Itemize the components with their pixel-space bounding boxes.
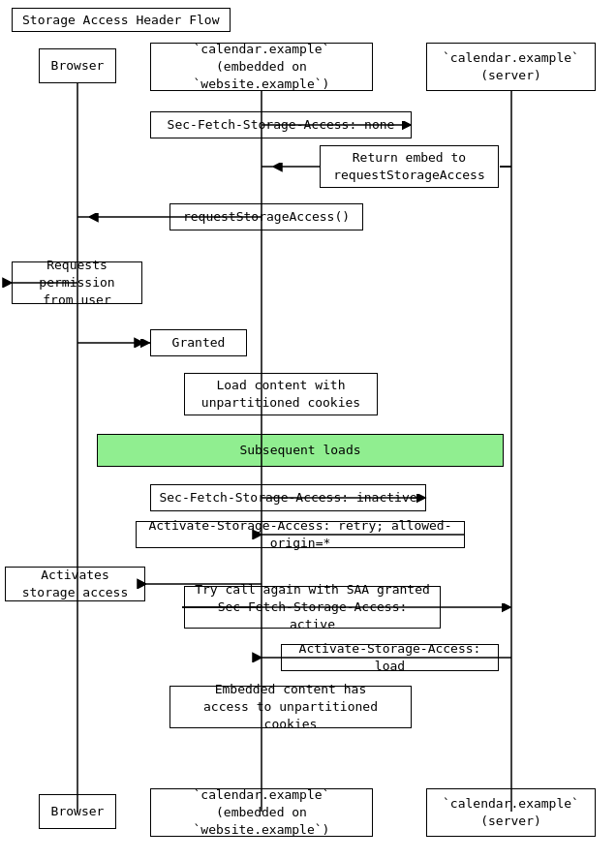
browser-bottom: Browser — [39, 794, 116, 829]
try-call-again-label: Try call again with SAA granted Sec-Fetc… — [193, 581, 432, 634]
granted: Granted — [150, 329, 247, 356]
try-call-again: Try call again with SAA granted Sec-Fetc… — [184, 586, 441, 629]
requests-permission: Requests permission from user — [12, 261, 142, 304]
sec-fetch-inactive-label: Sec-Fetch-Storage-Access: inactive — [159, 489, 416, 507]
activate-load: Activate-Storage-Access: load — [281, 644, 499, 671]
calendar-server-top-label: `calendar.example` (server) — [443, 49, 579, 84]
browser-top-label: Browser — [51, 57, 105, 75]
subsequent-loads: Subsequent loads — [97, 434, 504, 467]
title-box: Storage Access Header Flow — [12, 8, 231, 32]
diagram: Storage Access Header Flow Browser `cale… — [0, 0, 616, 860]
granted-label: Granted — [172, 334, 226, 352]
subsequent-loads-label: Subsequent loads — [239, 442, 360, 459]
title-text: Storage Access Header Flow — [22, 13, 220, 27]
activates-storage: Activates storage access — [5, 567, 145, 601]
return-embed: Return embed to requestStorageAccess — [320, 145, 499, 188]
embedded-content-label: Embedded content has access to unpartiti… — [178, 681, 403, 734]
activates-storage-label: Activates storage access — [14, 567, 137, 601]
calendar-server-bottom: `calendar.example` (server) — [426, 788, 596, 837]
activate-retry: Activate-Storage-Access: retry; allowed-… — [136, 521, 465, 548]
return-embed-label: Return embed to requestStorageAccess — [333, 149, 485, 184]
requests-permission-label: Requests permission from user — [20, 257, 134, 310]
embedded-content: Embedded content has access to unpartiti… — [169, 686, 412, 728]
calendar-embedded-bottom-label: `calendar.example` (embedded on `website… — [159, 786, 364, 840]
browser-top: Browser — [39, 48, 116, 83]
calendar-server-top: `calendar.example` (server) — [426, 43, 596, 91]
browser-bottom-label: Browser — [51, 803, 105, 820]
sec-fetch-none: Sec-Fetch-Storage-Access: none — [150, 111, 412, 138]
request-storage: requestStorageAccess() — [169, 203, 363, 230]
calendar-server-bottom-label: `calendar.example` (server) — [443, 795, 579, 830]
request-storage-label: requestStorageAccess() — [183, 208, 350, 226]
activate-retry-label: Activate-Storage-Access: retry; allowed-… — [144, 517, 456, 552]
load-content: Load content with unpartitioned cookies — [184, 373, 378, 415]
load-content-label: Load content with unpartitioned cookies — [201, 377, 360, 412]
sec-fetch-none-label: Sec-Fetch-Storage-Access: none — [168, 116, 395, 134]
sec-fetch-inactive: Sec-Fetch-Storage-Access: inactive — [150, 484, 426, 511]
calendar-embedded-bottom: `calendar.example` (embedded on `website… — [150, 788, 373, 837]
calendar-embedded-top: `calendar.example` (embedded on `website… — [150, 43, 373, 91]
activate-load-label: Activate-Storage-Access: load — [290, 640, 490, 675]
calendar-embedded-top-label: `calendar.example` (embedded on `website… — [159, 41, 364, 94]
